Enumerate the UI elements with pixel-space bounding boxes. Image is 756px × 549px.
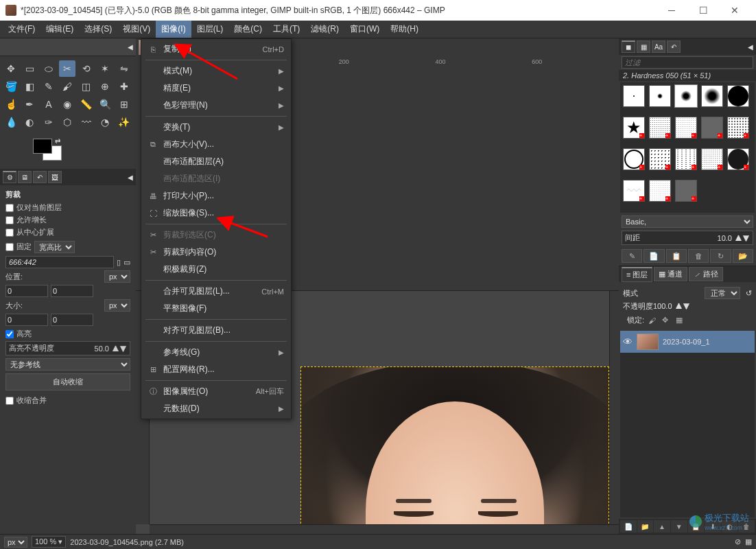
opt-expand-from-center[interactable]: 从中心扩展 [5,227,130,237]
tool-blur[interactable]: 💧 [3,114,19,130]
menu-transform[interactable]: 变换(T)▶ [141,119,291,136]
tool-cage[interactable]: ⬡ [59,114,75,130]
opt-fixed[interactable]: 固定 [5,242,32,252]
cancel-icon[interactable]: ⊘ [735,537,741,546]
lock-pixels-icon[interactable]: 🖌 [648,316,658,325]
layer-thumbnail[interactable] [637,334,659,350]
menu-view[interactable]: 视图(V) [117,21,156,38]
visibility-icon[interactable]: 👁 [623,336,633,347]
layer-down-button[interactable]: ▼ [671,520,687,533]
menu-image-properties[interactable]: ⓘ图像属性(O)Alt+回车 [141,383,291,400]
tool-align[interactable]: ⊞ [116,96,132,113]
tab-menu-icon[interactable]: ◀ [748,43,753,51]
mode-reset-icon[interactable]: ↺ [746,289,752,298]
menu-metadata[interactable]: 元数据(D)▶ [141,400,291,417]
brush-copy-button[interactable]: 📋 [666,249,687,263]
unit-select[interactable]: px [4,537,27,548]
menu-zealous-crop[interactable]: 积极裁剪(Z) [141,261,291,278]
menu-precision[interactable]: 精度(E)▶ [141,80,291,97]
menu-crop-content[interactable]: ✂剪裁到内容(O) [141,244,291,261]
images-tab[interactable]: 🖼 [48,171,62,183]
menu-edit[interactable]: 编辑(E) [40,21,79,38]
tool-clone[interactable]: ⊕ [97,78,113,95]
layer-item[interactable]: 👁 2023-03-09_1 [620,331,755,353]
menu-select[interactable]: 选择(S) [79,21,117,38]
menu-layer[interactable]: 图层(L) [191,21,229,38]
menu-merge-visible[interactable]: 合并可见图层(L)...Ctrl+M [141,283,291,300]
brush-item[interactable] [649,85,671,107]
tool-text[interactable]: A [40,96,57,113]
maximize-button[interactable]: ☐ [687,0,719,21]
brush-item[interactable] [701,85,723,107]
brush-open-button[interactable]: 📂 [733,249,753,263]
menu-filters[interactable]: 滤镜(R) [305,21,344,38]
size-x-input[interactable] [5,314,48,326]
menu-windows[interactable]: 窗口(W) [344,21,385,38]
menu-print-size[interactable]: 🖶打印大小(P)... [141,187,291,205]
brush-item[interactable]: 〰+ [623,180,645,202]
lock-position-icon[interactable]: ✥ [662,316,672,325]
close-button[interactable]: ✕ [719,0,751,21]
menu-guides[interactable]: 参考线(G)▶ [141,344,291,361]
brush-delete-button[interactable]: 🗑 [688,249,709,263]
menu-flatten[interactable]: 平整图像(F) [141,300,291,317]
landscape-icon[interactable]: ▭ [123,258,130,267]
expand-panel-icon[interactable]: ◀ [128,43,133,51]
tool-gradient[interactable]: ◧ [21,78,38,95]
tool-options-tab[interactable]: ⚙ [3,171,16,183]
layer-group-button[interactable]: 📁 [637,520,654,533]
menu-align-visible[interactable]: 对齐可见图层(B)... [141,322,291,339]
tool-fuzzy[interactable]: ✨ [116,114,132,130]
tool-move[interactable]: ✥ [3,60,19,77]
scrollbar-vertical[interactable] [609,291,619,525]
canvas-image[interactable] [300,366,609,525]
layer-new-button[interactable]: 📄 [620,520,637,533]
tool-color-picker[interactable]: ◉ [59,96,75,113]
fonts-tab[interactable]: Aa [652,40,665,53]
minimize-button[interactable]: ─ [656,0,687,21]
brush-item[interactable]: + [701,117,723,139]
tab-menu-icon[interactable]: ◀ [128,174,133,181]
tool-dodge[interactable]: ◐ [21,114,38,130]
nav-icon[interactable]: ▦ [745,537,752,546]
position-unit[interactable]: px [104,270,130,283]
scrollbar-horizontal[interactable] [150,524,619,534]
tool-zoom[interactable]: 🔍 [97,96,113,113]
tool-rotate[interactable]: ⟲ [78,60,95,77]
tool-path[interactable]: ✒ [21,96,38,113]
brush-item[interactable]: + [649,117,671,139]
lock-alpha-icon[interactable]: ▦ [676,316,685,325]
aspect-select[interactable]: 宽高比 [34,241,75,253]
menu-color-mgmt[interactable]: 色彩管理(N)▶ [141,97,291,114]
foreground-color[interactable] [33,139,52,154]
brush-item[interactable]: + [675,148,697,170]
zoom-field[interactable]: 100 % ▾ [32,536,66,548]
menu-fit-canvas-layers[interactable]: 画布适配图层(A) [141,153,291,170]
tool-pencil[interactable]: ✎ [40,78,57,95]
history-tab[interactable]: ↶ [667,40,681,53]
brush-item[interactable]: + [649,148,671,170]
menu-tools[interactable]: 工具(T) [268,21,305,38]
guide-select[interactable]: 无参考线 [5,358,130,371]
tool-bucket[interactable]: 🪣 [3,78,19,95]
brush-item[interactable] [727,85,749,107]
tool-flip[interactable]: ⇋ [116,60,132,77]
swap-colors-icon[interactable]: ⇄ [55,137,60,145]
brush-item[interactable]: ★+ [623,117,645,139]
brush-filter-input[interactable] [622,56,753,69]
menu-file[interactable]: 文件(F) [3,21,40,38]
ratio-input[interactable] [5,256,114,268]
blend-mode-select[interactable]: 正常 [705,287,740,299]
tool-crop[interactable]: ✂ [59,60,75,77]
tool-heal[interactable]: ✚ [116,78,132,95]
channels-tab[interactable]: ▦ 通道 [654,267,687,281]
auto-shrink-button[interactable]: 自动收缩 [5,373,130,390]
tool-rect-select[interactable]: ▭ [21,60,38,77]
brush-item[interactable]: + [701,148,723,170]
tool-smudge[interactable]: ☝ [3,96,19,113]
layers-tab[interactable]: ≡ 图层 [622,267,652,282]
brush-refresh-button[interactable]: ↻ [710,249,731,263]
menu-scale-image[interactable]: ⛶缩放图像(S)... [141,205,291,222]
pos-x-input[interactable] [5,285,48,297]
menu-colors[interactable]: 颜色(C) [228,21,268,38]
